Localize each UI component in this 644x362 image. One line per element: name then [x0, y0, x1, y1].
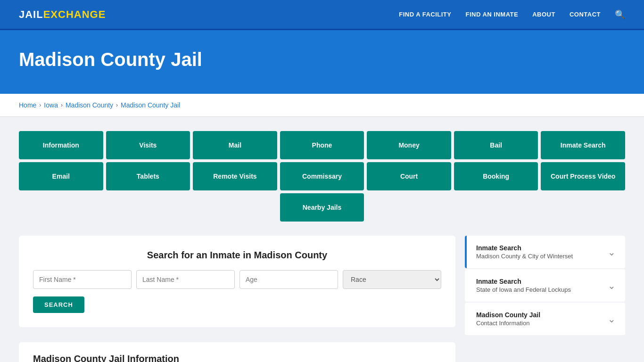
search-button[interactable]: SEARCH	[33, 296, 84, 313]
tile-row-3: Nearby Jails	[19, 193, 625, 222]
tile-mail[interactable]: Mail	[193, 131, 277, 159]
breadcrumb-home[interactable]: Home	[19, 101, 36, 109]
sidebar-card-title: Madison County Jail	[476, 311, 540, 319]
sidebar-card-inmate-search[interactable]: Inmate Search Madison County & City of W…	[465, 236, 625, 268]
site-logo[interactable]: JAILEXCHANGE	[19, 8, 106, 21]
sidebar-card-title: Inmate Search	[476, 244, 573, 252]
tile-court-process-video[interactable]: Court Process Video	[541, 162, 625, 190]
nav-about[interactable]: ABOUT	[532, 11, 555, 18]
main-nav: FIND A FACILITY FIND AN INMATE ABOUT CON…	[399, 9, 625, 20]
race-select[interactable]: Race	[343, 270, 441, 289]
chevron-down-icon: ⌄	[608, 280, 616, 291]
page-title: Madison County Jail	[19, 49, 625, 70]
tile-booking[interactable]: Booking	[454, 162, 538, 190]
sidebar-card-sub: State of Iowa and Federal Lockups	[476, 286, 571, 293]
info-title: Madison County Jail Information	[33, 354, 441, 362]
breadcrumb-sep-3: ›	[116, 102, 118, 108]
nav-find-facility[interactable]: FIND A FACILITY	[399, 11, 451, 18]
search-icon[interactable]: 🔍	[615, 9, 625, 20]
breadcrumb-sep-2: ›	[61, 102, 63, 108]
sidebar: Inmate Search Madison County & City of W…	[465, 236, 625, 362]
jail-info-section: Madison County Jail Information	[19, 342, 455, 362]
site-header: JAILEXCHANGE FIND A FACILITY FIND AN INM…	[0, 0, 644, 30]
tile-email[interactable]: Email	[19, 162, 103, 190]
search-title: Search for an Inmate in Madison County	[33, 250, 441, 261]
nav-find-inmate[interactable]: FIND AN INMATE	[465, 11, 518, 18]
tile-nearby-jails[interactable]: Nearby Jails	[280, 193, 364, 222]
nav-contact[interactable]: CONTACT	[570, 11, 601, 18]
sidebar-card-madison-county-jail[interactable]: Madison County Jail Contact Information …	[465, 303, 625, 335]
tile-information[interactable]: Information	[19, 131, 103, 159]
hero-section: Madison County Jail	[0, 30, 644, 94]
tile-row-1: InformationVisitsMailPhoneMoneyBailInmat…	[19, 131, 625, 159]
logo-exchange: EXCHANGE	[43, 8, 106, 21]
breadcrumb-sep-1: ›	[39, 102, 41, 108]
breadcrumb-iowa[interactable]: Iowa	[44, 101, 58, 109]
search-fields: Race	[33, 270, 441, 289]
breadcrumb-jail[interactable]: Madison County Jail	[121, 101, 180, 109]
tile-visits[interactable]: Visits	[106, 131, 190, 159]
tile-tablets[interactable]: Tablets	[106, 162, 190, 190]
first-name-input[interactable]	[33, 270, 132, 289]
chevron-down-icon: ⌄	[608, 313, 616, 325]
inmate-search-box: Search for an Inmate in Madison County R…	[19, 236, 455, 327]
sidebar-card-sub: Contact Information	[476, 320, 540, 327]
breadcrumb-madison-county[interactable]: Madison County	[66, 101, 113, 109]
tile-remote-visits[interactable]: Remote Visits	[193, 162, 277, 190]
tile-court[interactable]: Court	[367, 162, 451, 190]
content-area: InformationVisitsMailPhoneMoneyBailInmat…	[0, 117, 644, 362]
tile-money[interactable]: Money	[367, 131, 451, 159]
tile-phone[interactable]: Phone	[280, 131, 364, 159]
lower-section: Search for an Inmate in Madison County R…	[19, 236, 625, 362]
tile-bail[interactable]: Bail	[454, 131, 538, 159]
breadcrumb: Home › Iowa › Madison County › Madison C…	[19, 101, 625, 109]
tile-row-2: EmailTabletsRemote VisitsCommissaryCourt…	[19, 162, 625, 190]
sidebar-card-inmate-search[interactable]: Inmate Search State of Iowa and Federal …	[465, 269, 625, 302]
tile-inmate-search[interactable]: Inmate Search	[541, 131, 625, 159]
last-name-input[interactable]	[136, 270, 235, 289]
sidebar-card-title: Inmate Search	[476, 278, 571, 285]
logo-jail: JAIL	[19, 8, 43, 21]
chevron-down-icon: ⌄	[608, 247, 616, 258]
breadcrumb-bar: Home › Iowa › Madison County › Madison C…	[0, 94, 644, 117]
age-input[interactable]	[239, 270, 338, 289]
sidebar-card-sub: Madison County & City of Winterset	[476, 253, 573, 260]
tile-commissary[interactable]: Commissary	[280, 162, 364, 190]
